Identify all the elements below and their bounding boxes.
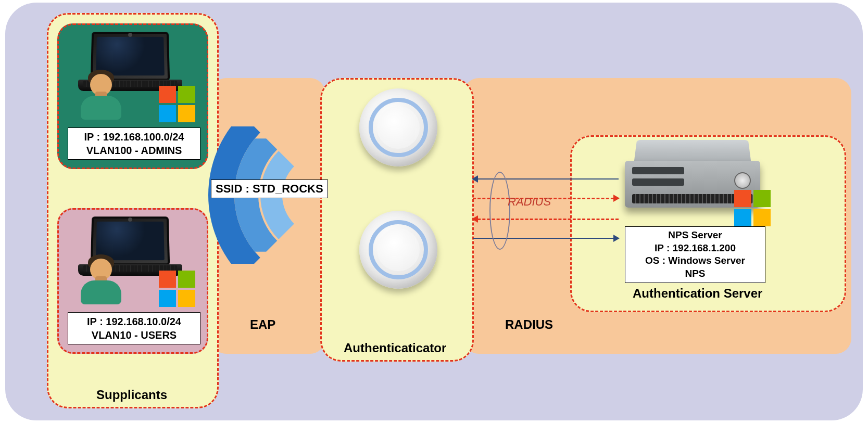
user-vlan-text: VLAN10 - USERS (71, 328, 197, 342)
server-line4: NPS (628, 267, 762, 280)
admin-vlan-text: VLAN100 - ADMINS (71, 144, 197, 157)
auth-server-label: Authentication Server (633, 286, 762, 301)
supplicants-label: Supplicants (96, 388, 167, 402)
ssid-label: SSID : STD_ROCKS (211, 180, 328, 198)
user-avatar-icon (81, 258, 121, 304)
windows-logo-icon (159, 86, 195, 122)
diagram-canvas: IP : 192.168.100.0/24 VLAN100 - ADMINS I… (5, 3, 863, 420)
access-point-icon (359, 88, 437, 166)
link-ellipse-icon (489, 172, 510, 250)
user-ip-text: IP : 192.168.10.0/24 (71, 315, 197, 328)
windows-logo-icon (734, 190, 771, 226)
admin-info-label: IP : 192.168.100.0/24 VLAN100 - ADMINS (68, 127, 200, 160)
server-line1: NPS Server (628, 229, 762, 242)
eap-label: EAP (250, 317, 275, 332)
access-point-icon (359, 211, 437, 289)
authenticator-label: Authenticaticator (344, 341, 446, 355)
server-line3: OS : Windows Server (628, 254, 762, 267)
radius-link-label: RADIUS (508, 195, 551, 209)
windows-logo-icon (159, 271, 195, 307)
radius-zone-label: RADIUS (505, 317, 553, 332)
admin-ip-text: IP : 192.168.100.0/24 (71, 130, 197, 144)
server-info-label: NPS Server IP : 192.168.1.200 OS : Windo… (625, 226, 765, 283)
server-line2: IP : 192.168.1.200 (628, 242, 762, 255)
user-info-label: IP : 192.168.10.0/24 VLAN10 - USERS (68, 312, 200, 344)
user-avatar-icon (81, 73, 121, 120)
